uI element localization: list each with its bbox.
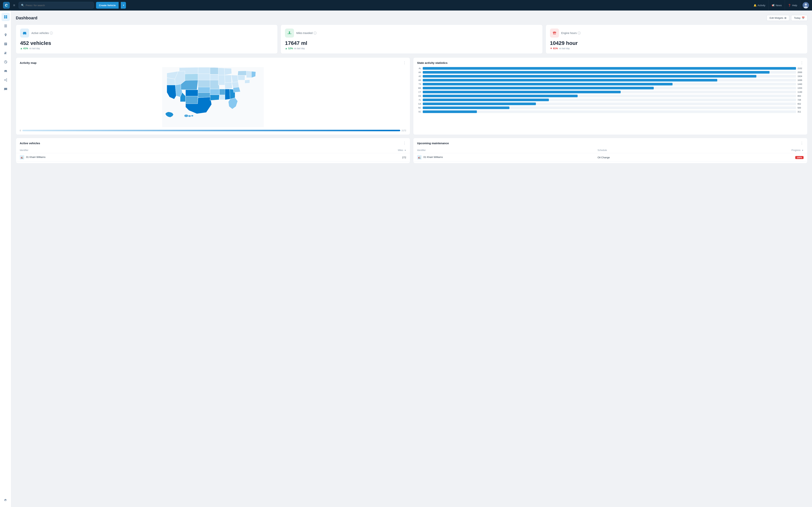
svg-rect-7 (6, 17, 7, 18)
upcoming-maintenance-table: Identifier Schedule Progress ▼ (413, 148, 807, 162)
sort-icon: ▼ (404, 149, 406, 151)
news-nav-item[interactable]: 📢 News (769, 0, 785, 10)
bar-row: AZ 1924 (417, 75, 804, 77)
bar-row: ME 1333 (417, 87, 804, 90)
table-row: 🚛 01 Khairi Williams Oil Change 100% (413, 153, 807, 162)
active-vehicles-change: ▲ 41% (20, 47, 28, 50)
create-vehicle-button[interactable]: Create Vehicle (96, 2, 119, 9)
active-vehicles-icon (20, 29, 29, 38)
active-vehicles-label: Active vehicles i (32, 32, 53, 35)
megaphone-icon: 📢 (772, 4, 775, 7)
bar-row: FL 728 (417, 99, 804, 101)
sidebar-item-location[interactable] (1, 31, 10, 39)
svg-point-11 (5, 52, 6, 53)
activity-map-menu[interactable]: ⋮ (403, 61, 406, 65)
miles-traveled-change: ▲ 12% (285, 47, 293, 50)
svg-rect-6 (4, 17, 5, 18)
miles-traveled-card: Miles traveled i 17647 ml ▲ 12% vs last … (281, 24, 543, 54)
map-container: 0 2172 (16, 67, 410, 135)
active-vehicles-table-title: Active vehicles (20, 142, 40, 145)
svg-rect-10 (4, 27, 7, 27)
progress-badge: 100% (795, 156, 804, 159)
svg-rect-5 (6, 15, 7, 17)
engine-hours-card: Engine hours i 10429 hour ▼ 61% vs last … (546, 24, 808, 54)
map-scale: 0 2172 (19, 128, 407, 132)
bar-row: TX 1440 (417, 83, 804, 86)
active-vehicles-footer: ▲ 41% vs last day (20, 47, 273, 50)
bar-row: AR 1699 (417, 79, 804, 81)
bar-row: CT 1140 (417, 91, 804, 93)
svg-rect-8 (4, 24, 7, 25)
state-stats-title: State activity statistics (417, 61, 448, 64)
maint-col-progress: Progress ▼ (701, 148, 807, 153)
active-vehicles-value: 452 vehicles (20, 40, 273, 46)
search-icon: 🔍 (21, 4, 24, 7)
engine-hours-icon (550, 29, 559, 38)
sidebar-item-dashboard[interactable] (1, 13, 10, 21)
svg-point-22 (188, 115, 191, 117)
sidebar-item-vehicles[interactable] (1, 67, 10, 75)
map-scale-bar (22, 130, 400, 131)
upcoming-maintenance-menu[interactable]: ⋮ (800, 141, 804, 145)
vehicle-icon: 🚛 (20, 155, 24, 160)
col-miles: Miles ▼ (283, 148, 410, 153)
bar-row: AK 2000 (417, 71, 804, 74)
engine-info-icon: i (577, 32, 580, 35)
activity-nav-item[interactable]: 🔔 Activity (751, 0, 769, 10)
table-row: 🚛 01 Khairi Williams 272 (16, 153, 410, 162)
upcoming-maintenance-widget: Upcoming maintenance ⋮ Identifier Schedu… (413, 138, 808, 163)
active-vehicles-table-menu[interactable]: ⋮ (403, 141, 406, 145)
sidebar-item-settings[interactable] (1, 497, 10, 505)
user-avatar[interactable] (803, 2, 809, 8)
map-scale-min: 0 (20, 129, 21, 132)
map-scale-max: 2172 (402, 129, 406, 132)
topnav-right: 🔔 Activity 📢 News ❓ Help (751, 0, 809, 10)
engine-hours-value: 10429 hour (550, 40, 803, 46)
svg-point-16 (6, 80, 7, 81)
svg-rect-9 (4, 26, 7, 26)
edit-widgets-button[interactable]: Edit Widgets ⊞ (767, 15, 789, 21)
create-vehicle-dropdown[interactable]: ▾ (121, 2, 126, 9)
miles-info-icon: i (313, 32, 316, 35)
page-header: Dashboard Edit Widgets ⊞ Today 📅 (16, 15, 808, 21)
svg-point-12 (6, 52, 7, 53)
menu-toggle[interactable]: ≡ (12, 2, 16, 8)
col-identifier: Identifier (16, 148, 283, 153)
app-logo (3, 2, 10, 9)
today-button[interactable]: Today 📅 (791, 15, 808, 21)
bar-chart: AL 2152 AK 2000 AZ 1924 AR 1699 TX 1440 … (413, 67, 807, 117)
sidebar-item-messages[interactable] (1, 85, 10, 93)
upcoming-maintenance-table-container: Identifier Schedule Progress ▼ (413, 148, 807, 163)
sidebar-item-reports[interactable] (1, 40, 10, 48)
active-vehicles-table-container: Identifier Miles ▼ 🚛 01 Kha (16, 148, 410, 163)
svg-point-2 (805, 3, 807, 6)
svg-point-14 (4, 79, 5, 80)
search-input[interactable] (26, 4, 91, 7)
content-grid: Activity map ⋮ (16, 57, 808, 163)
help-nav-item[interactable]: ❓ Help (785, 0, 800, 10)
calendar-icon: 📅 (802, 16, 805, 19)
svg-rect-19 (555, 32, 555, 32)
page-header-actions: Edit Widgets ⊞ Today 📅 (767, 15, 808, 21)
bar-row: SC 311 (417, 110, 804, 113)
bar-row: GA 652 (417, 103, 804, 105)
top-navigation: ≡ 🔍 Create Vehicle ▾ 🔔 Activity 📢 News ❓… (0, 0, 812, 10)
engine-hours-change: ▼ 61% (550, 47, 558, 50)
search-box[interactable]: 🔍 (18, 2, 94, 9)
sidebar-item-share[interactable] (1, 76, 10, 84)
grid-icon: ⊞ (784, 16, 786, 19)
progress-sort-icon: ▼ (802, 149, 804, 151)
upcoming-maintenance-title: Upcoming maintenance (417, 142, 449, 145)
bell-icon: 🔔 (754, 4, 757, 7)
active-vehicles-widget: Active vehicles ⋮ Identifier Miles ▼ (16, 138, 410, 163)
stats-row: Active vehicles i 452 vehicles ▲ 41% vs … (16, 24, 808, 54)
state-stats-menu[interactable]: ⋮ (800, 61, 804, 65)
info-icon: i (50, 32, 53, 35)
svg-point-0 (6, 5, 7, 7)
sidebar-item-users[interactable] (1, 49, 10, 57)
svg-point-21 (184, 114, 188, 117)
sidebar-item-analytics[interactable] (1, 58, 10, 66)
activity-map-title: Activity map (20, 61, 37, 64)
bar-row: AL 2152 (417, 67, 804, 70)
sidebar-item-layers[interactable] (1, 22, 10, 30)
